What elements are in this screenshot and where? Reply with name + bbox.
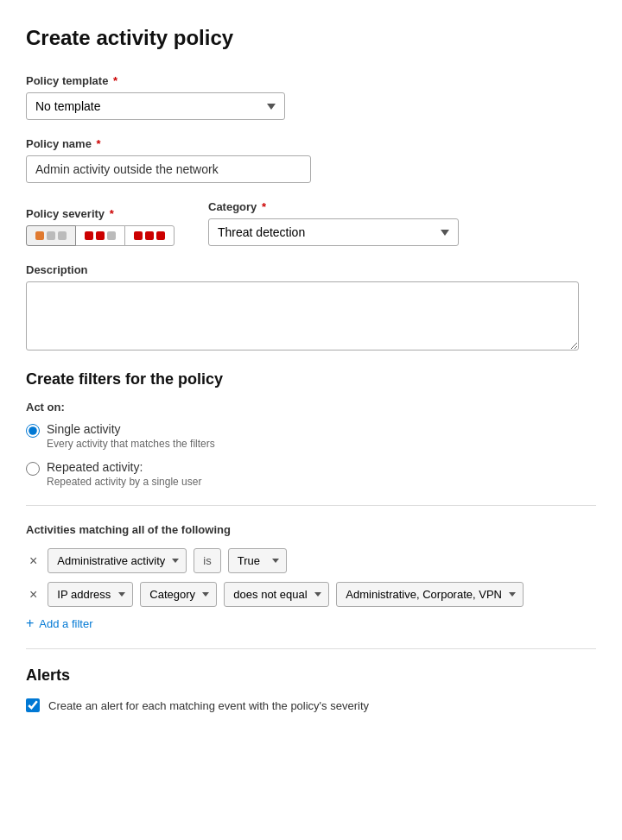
filter-2-value-select[interactable]: Administrative, Corporate, VPN Other — [336, 582, 524, 607]
severity-medium-dot-3 — [107, 231, 116, 240]
add-filter-button[interactable]: + Add a filter — [26, 616, 93, 631]
policy-template-label: Policy template * — [26, 74, 596, 87]
filter-1-operator: is — [194, 548, 220, 573]
filter-2-field-select[interactable]: IP address — [48, 582, 133, 607]
severity-low-dot-1 — [35, 231, 44, 240]
category-select[interactable]: Threat detection — [208, 218, 459, 246]
single-activity-radio[interactable] — [26, 424, 40, 438]
add-filter-plus-icon: + — [26, 616, 34, 631]
policy-severity-group: Policy severity * — [26, 207, 174, 246]
description-group: Description — [26, 263, 596, 353]
repeated-activity-radio[interactable] — [26, 462, 40, 476]
policy-name-label: Policy name * — [26, 137, 596, 150]
alerts-section: Alerts Create an alert for each matching… — [26, 666, 596, 712]
policy-template-select[interactable]: No template — [26, 92, 285, 120]
repeated-activity-title: Repeated activity: — [47, 460, 201, 474]
filter-row-1: × Administrative activity is True False — [26, 548, 596, 573]
filter-2-subfield-select[interactable]: Category Address — [140, 582, 217, 607]
alerts-checkbox[interactable] — [26, 698, 40, 712]
policy-template-group: Policy template * No template — [26, 74, 596, 120]
add-filter-label: Add a filter — [39, 617, 92, 630]
severity-medium-dot-2 — [96, 231, 105, 240]
policy-name-group: Policy name * — [26, 137, 596, 183]
filter-1-value-select[interactable]: True False — [228, 548, 287, 573]
alerts-divider — [26, 648, 596, 649]
act-on-label: Act on: — [26, 401, 596, 414]
severity-buttons — [26, 225, 174, 246]
section-divider — [26, 505, 596, 506]
alerts-title: Alerts — [26, 666, 596, 685]
description-input[interactable] — [26, 281, 579, 351]
single-activity-title: Single activity — [47, 422, 215, 436]
severity-medium-dot-1 — [85, 231, 93, 240]
filter-2-operator-select[interactable]: does not equal equals — [224, 582, 329, 607]
severity-low-button[interactable] — [26, 225, 76, 246]
alerts-checkbox-row: Create an alert for each matching event … — [26, 698, 596, 712]
repeated-activity-option: Repeated activity: Repeated activity by … — [26, 460, 596, 488]
severity-medium-button[interactable] — [75, 225, 125, 246]
severity-low-dot-2 — [47, 231, 55, 240]
severity-high-dot-3 — [156, 231, 165, 240]
filters-section-title: Create filters for the policy — [26, 370, 596, 388]
severity-category-row: Policy severity * Categ — [26, 200, 596, 246]
filter-row-2: × IP address Category Address does not e… — [26, 582, 596, 607]
severity-high-button[interactable] — [124, 225, 175, 246]
category-group: Category * Threat detection — [208, 200, 459, 246]
severity-high-dot-1 — [134, 231, 143, 240]
single-activity-desc: Every activity that matches the filters — [47, 438, 215, 450]
page-title: Create activity policy — [26, 26, 596, 50]
filter-1-field-select[interactable]: Administrative activity — [48, 548, 187, 573]
severity-low-dot-3 — [58, 231, 67, 240]
description-label: Description — [26, 263, 596, 276]
create-filters-section: Create filters for the policy Act on: Si… — [26, 370, 596, 488]
severity-label: Policy severity * — [26, 207, 174, 220]
alerts-checkbox-label: Create an alert for each matching event … — [48, 699, 369, 712]
category-label: Category * — [208, 200, 459, 213]
activities-matching-title: Activities matching all of the following — [26, 523, 596, 536]
severity-high-dot-2 — [145, 231, 154, 240]
filter-2-remove-button[interactable]: × — [26, 588, 41, 602]
policy-name-input[interactable] — [26, 155, 311, 183]
filter-1-remove-button[interactable]: × — [26, 554, 41, 568]
single-activity-option: Single activity Every activity that matc… — [26, 422, 596, 450]
repeated-activity-desc: Repeated activity by a single user — [47, 476, 201, 488]
activities-matching-section: Activities matching all of the following… — [26, 523, 596, 631]
